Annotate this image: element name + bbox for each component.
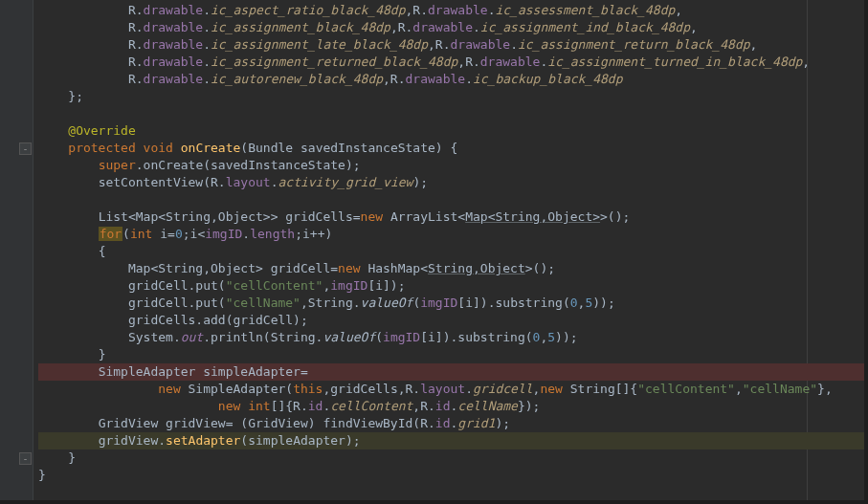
token: onCreate [181, 141, 241, 155]
code-line[interactable]: R.drawable.ic_aspect_ratio_black_48dp,R.… [38, 2, 864, 19]
token: R. [128, 72, 144, 86]
code-line[interactable]: } [38, 467, 864, 484]
token: , [802, 55, 810, 69]
token: "cellName" [226, 296, 300, 310]
gutter: -- [0, 0, 33, 504]
fold-toggle-icon[interactable]: - [19, 142, 32, 155]
token: ,String. [300, 296, 361, 310]
code-line[interactable]: protected void onCreate(Bundle savedInst… [38, 140, 864, 157]
token: .println(String. [203, 330, 323, 344]
token: Map<String,Object> gridCell= [128, 261, 338, 275]
token: drawable [144, 37, 204, 52]
token: ic_assessment_black_48dp [495, 3, 675, 17]
token: gridcell [473, 382, 533, 396]
token: R. [128, 20, 144, 34]
code-line[interactable]: for(int i=0;i<imgID.length;i++) [38, 226, 864, 243]
token: @Override [68, 123, 135, 138]
token: valueOf [323, 330, 375, 344]
code-line[interactable]: { [38, 243, 864, 260]
token: ic_aspect_ratio_black_48dp [211, 3, 406, 17]
token: (Bundle savedInstanceState) { [240, 141, 457, 155]
token: . [203, 20, 211, 34]
token: , [735, 382, 743, 396]
code-line[interactable]: @Override [38, 122, 864, 140]
token: R. [128, 3, 144, 17]
code-line[interactable]: new int[]{R.id.cellContent,R.id.cellName… [38, 398, 864, 415]
token: ,R. [428, 37, 450, 52]
token: gridCells.add(gridCell); [128, 313, 308, 327]
token: System. [128, 330, 181, 344]
code-line[interactable]: }; [38, 88, 864, 105]
token: . [473, 20, 480, 34]
code-line[interactable]: R.drawable.ic_assignment_returned_black_… [38, 54, 864, 71]
token: drawable [451, 37, 511, 52]
code-line[interactable] [38, 105, 864, 122]
token: , [750, 37, 758, 52]
code-area[interactable]: R.drawable.ic_aspect_ratio_black_48dp,R.… [38, 2, 864, 500]
fold-toggle-icon[interactable]: - [19, 452, 32, 465]
token: HashMap< [367, 261, 428, 275]
token: new [158, 382, 188, 396]
token: "cellName" [743, 382, 817, 396]
code-editor[interactable]: -- R.drawable.ic_aspect_ratio_black_48dp… [0, 0, 868, 504]
token: gridView. [99, 433, 166, 448]
token: ); [495, 416, 510, 430]
token: . [465, 382, 473, 396]
token: . [203, 3, 211, 17]
token: )); [592, 296, 614, 310]
token: drawable [144, 55, 204, 69]
token: new [218, 399, 248, 413]
code-line[interactable]: Map<String,Object> gridCell=new HashMap<… [38, 260, 864, 277]
token: imgID [330, 278, 367, 293]
token: }, [817, 382, 833, 396]
token: this [293, 382, 323, 396]
code-line[interactable] [38, 191, 864, 208]
frame-border-right [864, 0, 868, 504]
code-line[interactable]: gridCell.put("cellName",String.valueOf(i… [38, 295, 864, 312]
token: String[]{ [570, 382, 637, 396]
token: ( [375, 330, 383, 344]
code-line[interactable]: super.onCreate(savedInstanceState); [38, 157, 864, 174]
token: ic_autorenew_black_48dp [211, 72, 383, 86]
token: gridCell.put( [128, 278, 226, 293]
code-line[interactable]: gridCells.add(gridCell); [38, 312, 864, 329]
token: } [68, 450, 76, 465]
token: "cellContent" [637, 382, 735, 396]
token: "cellContent" [226, 278, 323, 293]
token: 0 [175, 227, 183, 241]
token: drawable [144, 72, 204, 86]
token: } [38, 468, 46, 482]
token: . [242, 227, 250, 241]
code-line[interactable]: new SimpleAdapter(this,gridCells,R.layou… [38, 381, 864, 398]
token: R. [128, 55, 144, 69]
code-line[interactable]: R.drawable.ic_autorenew_black_48dp,R.dra… [38, 71, 864, 88]
token: ic_assignment_late_black_48dp [211, 37, 428, 52]
token: Map<String,Object> [465, 209, 600, 224]
token: new [361, 209, 390, 224]
token: ,gridCells,R. [323, 382, 420, 396]
token: imgID [420, 296, 457, 310]
token: 5 [547, 330, 555, 344]
code-line[interactable]: R.drawable.ic_assignment_black_48dp,R.dr… [38, 19, 864, 36]
code-line[interactable]: GridView gridView= (GridView) findViewBy… [38, 415, 864, 432]
token: ArrayList< [390, 209, 465, 224]
code-line[interactable]: System.out.println(String.valueOf(imgID[… [38, 329, 864, 346]
code-line[interactable]: } [38, 346, 864, 363]
token: void [144, 141, 181, 155]
code-line[interactable]: } [38, 449, 864, 467]
code-line[interactable]: List<Map<String,Object>> gridCells=new A… [38, 208, 864, 226]
token: }; [68, 89, 83, 103]
token: SimpleAdapter simpleAdapter= [99, 364, 308, 379]
code-line[interactable]: R.drawable.ic_assignment_late_black_48dp… [38, 36, 864, 54]
token: layout [420, 382, 465, 396]
code-line[interactable]: SimpleAdapter simpleAdapter= [38, 363, 864, 381]
token: ,R. [412, 399, 434, 413]
code-line[interactable]: gridCell.put("cellContent",imgID[i]); [38, 277, 864, 295]
token: SimpleAdapter( [189, 382, 294, 396]
token: super [99, 158, 136, 172]
token: drawable [406, 72, 466, 86]
code-line[interactable]: setContentView(R.layout.activity_grid_vi… [38, 174, 864, 191]
code-line[interactable]: gridView.setAdapter(simpleAdapter); [38, 432, 864, 449]
token: [i]); [367, 278, 405, 293]
token: (simpleAdapter); [240, 433, 360, 448]
